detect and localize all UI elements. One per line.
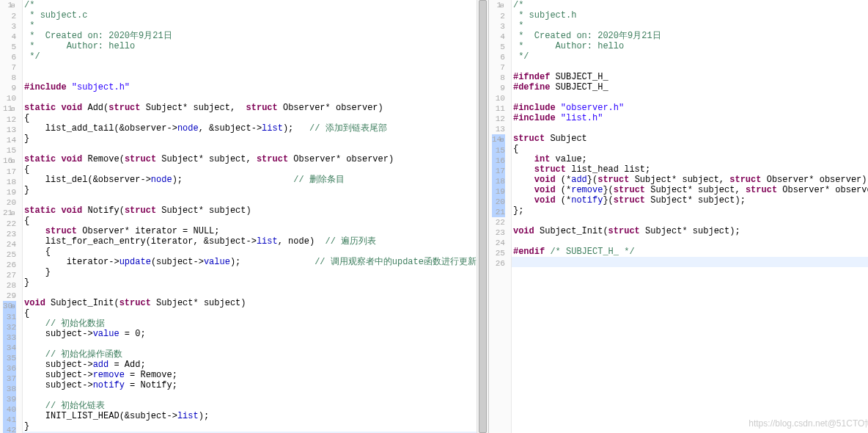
code-line[interactable]: list_add_tail(&observer->node, &subject-… — [23, 123, 477, 134]
code-line[interactable] — [23, 62, 477, 72]
code-line[interactable]: * Created on: 2020年9月21日 — [512, 31, 868, 41]
code-line[interactable]: struct Subject — [512, 134, 868, 144]
code-line[interactable] — [512, 236, 868, 247]
line-number: 42 — [3, 425, 16, 433]
code-line[interactable]: }; — [512, 205, 868, 216]
code-line[interactable]: #include "subject.h" — [23, 82, 477, 92]
fold-minus-icon[interactable]: ⊟ — [11, 106, 15, 112]
code-line[interactable]: static void Remove(struct Subject* subje… — [23, 154, 477, 164]
code-line[interactable]: } — [23, 134, 477, 144]
line-number: 18 — [492, 176, 505, 186]
code-line[interactable]: #include "observer.h" — [512, 103, 868, 113]
code-line[interactable]: #ifndef SUBJECT_H_ — [512, 72, 868, 82]
code-line[interactable]: void Subject_Init(struct Subject* subjec… — [512, 226, 868, 236]
code-line[interactable]: #define SUBJECT_H_ — [512, 82, 868, 92]
code-line[interactable]: { — [23, 164, 477, 175]
code-line[interactable]: list_for_each_entry(iterator, &subject->… — [23, 236, 477, 247]
code-line[interactable]: } — [23, 267, 477, 277]
code-line[interactable]: * Author: hello — [23, 41, 477, 51]
code-line[interactable] — [512, 123, 868, 134]
code-line[interactable]: */ — [512, 51, 868, 62]
code-line[interactable]: { — [23, 247, 477, 257]
code-line[interactable] — [512, 62, 868, 72]
code-line[interactable]: void (*remove}(struct Subject* subject, … — [512, 185, 868, 195]
code-line[interactable]: // 初始化操作函数 — [23, 349, 477, 360]
line-number: 31 — [3, 312, 16, 322]
code-line[interactable]: /* — [512, 0, 868, 10]
line-number: 1⊟ — [3, 0, 16, 11]
line-number: 1⊟ — [492, 0, 505, 11]
line-number: 10 — [492, 93, 505, 103]
code-line[interactable]: * — [23, 21, 477, 31]
line-number: 21⊟ — [3, 208, 16, 219]
code-line[interactable]: static void Notify(struct Subject* subje… — [23, 205, 477, 216]
watermark-text: https://blog.csdn.net@51CTO博客 — [749, 418, 868, 430]
code-line[interactable]: INIT_LIST_HEAD(&subject->list); — [23, 411, 477, 421]
code-line[interactable]: static void Add(struct Subject* subject,… — [23, 103, 477, 113]
code-line[interactable]: subject->value = 0; — [23, 329, 477, 339]
code-line[interactable]: void (*add}(struct Subject* subject, str… — [512, 175, 868, 185]
code-line[interactable] — [512, 216, 868, 226]
code-line[interactable]: /* — [23, 0, 477, 10]
line-number: 11 — [492, 103, 505, 114]
fold-minus-icon[interactable]: ⊟ — [11, 303, 15, 310]
code-line[interactable]: void Subject_Init(struct Subject* subjec… — [23, 298, 477, 308]
fold-minus-icon[interactable]: ⊟ — [500, 137, 504, 143]
line-number: 4 — [3, 32, 16, 42]
line-number: 6 — [3, 52, 16, 62]
right-line-gutter[interactable]: 1⊟234567891011121314⊟1516171819202122232… — [489, 0, 512, 433]
code-line[interactable]: struct Observer* iterator = NULL; — [23, 226, 477, 236]
code-line[interactable]: { — [512, 144, 868, 154]
code-line[interactable]: // 初始化数据 — [23, 319, 477, 329]
code-line[interactable] — [23, 92, 477, 103]
fold-minus-icon[interactable]: ⊟ — [11, 210, 15, 216]
code-line[interactable] — [23, 339, 477, 349]
left-code-area[interactable]: /* * subject.c * * Created on: 2020年9月21… — [23, 0, 477, 433]
fold-minus-icon[interactable]: ⊟ — [500, 2, 504, 9]
left-scrollbar[interactable] — [477, 0, 488, 433]
code-line[interactable] — [23, 288, 477, 298]
code-line[interactable]: struct list_head list; — [512, 164, 868, 175]
code-line[interactable]: list_del(&observer->node); // 删除条目 — [23, 175, 477, 185]
fold-minus-icon[interactable]: ⊟ — [11, 158, 15, 164]
code-line[interactable]: #include "list.h" — [512, 113, 868, 123]
line-number: 24 — [3, 239, 16, 250]
code-line[interactable]: } — [23, 421, 477, 432]
code-line[interactable] — [23, 144, 477, 154]
code-line[interactable]: subject->notify = Notify; — [23, 380, 477, 390]
line-number: 7 — [3, 62, 16, 73]
code-line[interactable] — [512, 92, 868, 103]
code-line[interactable] — [512, 257, 868, 267]
code-line[interactable]: * subject.c — [23, 10, 477, 21]
code-line[interactable] — [23, 72, 477, 82]
line-number: 35 — [3, 353, 16, 363]
scrollbar-thumb[interactable] — [479, 0, 487, 433]
line-number: 10 — [3, 93, 16, 103]
code-line[interactable]: * — [512, 21, 868, 31]
code-line[interactable]: // 初始化链表 — [23, 401, 477, 411]
line-number: 16⊟ — [3, 156, 16, 167]
line-number: 22 — [3, 219, 16, 229]
left-line-gutter[interactable]: 1⊟234567891011⊟1213141516⊟1718192021⊟222… — [0, 0, 23, 433]
code-line[interactable]: } — [23, 277, 477, 288]
code-line[interactable]: } — [23, 185, 477, 195]
code-line[interactable]: void (*notify}(struct Subject* subject); — [512, 195, 868, 205]
code-line[interactable]: subject->add = Add; — [23, 360, 477, 370]
fold-minus-icon[interactable]: ⊟ — [11, 2, 15, 9]
code-line[interactable]: #endif /* SUBJECT_H_ */ — [512, 247, 868, 257]
code-line[interactable]: { — [23, 216, 477, 226]
code-line[interactable]: int value; — [512, 154, 868, 164]
code-line[interactable]: iterator->update(subject->value); // 调用观… — [23, 257, 477, 267]
code-line[interactable]: subject->remove = Remove; — [23, 370, 477, 380]
code-line[interactable]: * subject.h — [512, 10, 868, 21]
right-code-area[interactable]: /* * subject.h * * Created on: 2020年9月21… — [512, 0, 868, 433]
code-line[interactable]: * Created on: 2020年9月21日 — [23, 31, 477, 41]
code-line[interactable] — [23, 390, 477, 401]
line-number: 20 — [3, 197, 16, 208]
code-line[interactable]: */ — [23, 51, 477, 62]
line-number: 13 — [3, 125, 16, 135]
code-line[interactable]: { — [23, 308, 477, 319]
code-line[interactable]: { — [23, 113, 477, 123]
code-line[interactable]: * Author: hello — [512, 41, 868, 51]
code-line[interactable] — [23, 195, 477, 205]
